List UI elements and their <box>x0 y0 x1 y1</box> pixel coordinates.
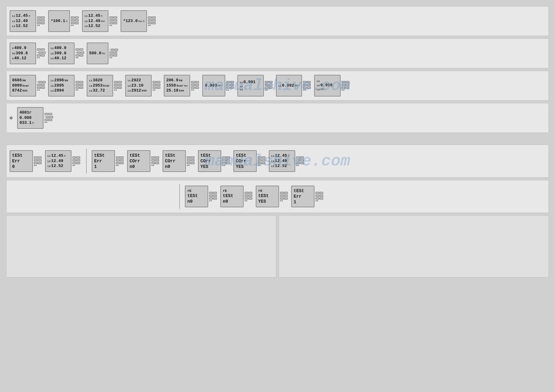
display-group-test-lcd: L112.45A L212.49 L312.52 <box>45 150 81 172</box>
display-group-2-1: V 400.9 V3 399.8 V 40.12 n <box>10 43 46 64</box>
circle-icon: ⊙ <box>10 115 13 121</box>
display-group-3-9: L1 L20.916 L3PF~ <box>314 75 350 97</box>
display-group-re-3: rE tESt YES <box>256 186 289 207</box>
indicators-1-4 <box>148 16 157 26</box>
indicators-re-4 <box>315 192 324 201</box>
display-group-3-4: L12922 L223.10 L32912kVA <box>125 75 161 97</box>
lcd-power-total: 8686kW 0999kvar 8742kVA <box>10 75 36 97</box>
display-group-test-5: tESt COrr YES <box>198 150 231 172</box>
display-group-test-6: tESt COrr YES <box>233 150 266 172</box>
section-voltage: V 400.9 V3 399.8 V 40.12 n L1 400.9 L2 3… <box>6 38 549 68</box>
lcd-power-kvar: L13820 L22953kvar L332.72 <box>87 75 113 97</box>
indicators-2-2: n <box>76 48 84 58</box>
display-group-re-2: rE tESt n0 <box>220 186 253 207</box>
display-group-2-3: 500.0 Hz 1 <box>87 43 118 64</box>
section-power: manualshive.com 8686kW 0999kvar 8742kVA … <box>6 71 549 101</box>
lcd-current-l1-l3: L1 12.45 A L2 12.49 L3 12.52 <box>10 10 36 32</box>
indicators-test-5 <box>222 156 231 166</box>
indicators-test-lcd <box>72 156 81 166</box>
indicators-3-8 <box>303 81 312 91</box>
indicators-test-4 <box>187 156 195 166</box>
indicators-test-3 <box>151 156 160 166</box>
indicators-re-2 <box>245 192 253 201</box>
display-group-3-8: L10.992PF~ <box>276 75 312 97</box>
main-page: L1 12.45 A L2 12.49 L3 12.52 *100.1 A <box>0 0 555 284</box>
lcd-power-kva: L12922 L223.10 L32912kVA <box>125 75 152 97</box>
spacer-1 <box>6 135 549 145</box>
indicators-2-1: n <box>37 48 46 58</box>
test-panel-corr-n0-1: tESt COrr n0 <box>127 150 150 172</box>
indicators-3-3 <box>114 81 123 91</box>
display-group-test-2: tESt Err 1 <box>92 150 125 172</box>
bottom-left-area <box>6 215 276 277</box>
indicators-3-4 <box>153 81 161 91</box>
lcd-pf-l1: L10.991 L2 L3 <box>237 75 264 97</box>
left-empty-area <box>10 193 174 200</box>
indicators-3-5 <box>191 81 200 91</box>
display-group-3-1: 8686kW 0999kvar 8742kVA v <box>10 75 46 97</box>
indicators-3-1: v <box>37 81 46 91</box>
section-test-row: manualshive.com tESt Err 0 L112.45A L212… <box>6 145 549 178</box>
section-separator-2 <box>179 184 180 209</box>
indicators-test-6 <box>258 156 266 166</box>
test-panel-re-n0-1: rE tESt n0 <box>185 186 208 207</box>
lcd-frequency: 500.0 Hz <box>87 43 108 64</box>
test-panel-corr-yes-1: tESt COrr YES <box>198 150 221 172</box>
section-current: L1 12.45 A L2 12.49 L3 12.52 *100.1 A <box>6 6 549 36</box>
display-group-3-2: L12896kW L22895 L32894 <box>48 75 84 97</box>
indicators-3-2 <box>76 81 84 91</box>
test-panel-re-n0-2: rE tESt n0 <box>220 186 244 207</box>
display-group-test-1: tESt Err 0 <box>10 150 43 172</box>
lcd-current-100: *100.1 A <box>48 10 70 32</box>
bottom-right-area <box>279 215 549 277</box>
lcd-power-max: 206.9kW 1558kvar MAX 25.18kVA <box>164 75 190 97</box>
lcd-power-l1-l3-kw: L12896kW L22895 L32894 <box>48 75 75 97</box>
lcd-test-current: L112.45A L212.49 L312.52 <box>45 150 71 172</box>
test-panel-err1: tESt Err 1 <box>92 150 115 172</box>
lcd-energy: 4001r 0.008 933.1h <box>17 107 44 129</box>
bottom-areas <box>6 215 549 277</box>
indicators-1-2 <box>71 16 80 26</box>
lcd-test-final: L112.45A L212.49 L312.52 <box>269 150 295 172</box>
display-group-3-3: L13820 L22953kvar L332.72 <box>87 75 123 97</box>
indicators-re-3 <box>280 192 289 201</box>
display-group-2-2: L1 400.9 L2 399.8 L3 40.12 n <box>48 43 84 64</box>
lcd-voltage-l1-l3: L1 400.9 L2 399.8 L3 40.12 <box>48 43 75 64</box>
section-separator <box>86 149 87 173</box>
indicators-test-final <box>296 156 305 166</box>
test-panel-corr-n0-2: tESt COrr n0 <box>163 150 186 172</box>
indicators-test-2 <box>116 156 125 166</box>
test-panel-err1-final: tESt Err 1 <box>291 186 314 207</box>
display-group-3-6: 0.993PF~ <box>202 75 235 97</box>
lcd-current-123: *123.0 MAX A <box>121 10 147 32</box>
display-group-1-1: L1 12.45 A L2 12.49 L3 12.52 <box>10 10 46 32</box>
lcd-pf-0916: L1 L20.916 L3PF~ <box>314 75 341 97</box>
lcd-voltage-phase: V 400.9 V3 399.8 V 40.12 <box>10 43 36 64</box>
display-group-re-1: rE tESt n0 <box>185 186 218 207</box>
indicators-3-6 <box>226 81 235 91</box>
section-re-test: rE tESt n0 rE tESt n0 <box>6 180 549 213</box>
display-group-4-1: 4001r 0.008 933.1h n <box>17 107 53 129</box>
test-panel-err0: tESt Err 0 <box>10 150 33 172</box>
display-group-test-4: tESt COrr n0 <box>163 150 195 172</box>
test-panel-re-yes: rE tESt YES <box>256 186 279 207</box>
section-energy: ⊙ 4001r 0.008 933.1h n <box>6 103 549 133</box>
display-group-3-5: 206.9kW 1558kvar MAX 25.18kVA <box>164 75 200 97</box>
lcd-pf-total: 0.993PF~ <box>202 75 225 97</box>
display-group-3-7: L10.991 L2 L3 <box>237 75 273 97</box>
indicators-3-7 <box>265 81 273 91</box>
lcd-pf-0992: L10.992PF~ <box>276 75 302 97</box>
display-group-1-4: *123.0 MAX A <box>121 10 157 32</box>
indicators-re-1 <box>209 192 218 201</box>
display-group-1-3: L1 12.45 A L2 12.49 MAX L3 12.52 <box>82 10 118 32</box>
display-group-1-2: *100.1 A <box>48 10 80 32</box>
lcd-current-max-l1-l3: L1 12.45 A L2 12.49 MAX L3 12.52 <box>82 10 108 32</box>
test-panel-corr-yes-2: tESt COrr YES <box>233 150 257 172</box>
display-group-test-final-lcd: L112.45A L212.49 L312.52 <box>269 150 305 172</box>
display-group-re-4: tESt Err 1 <box>291 186 324 207</box>
indicators-test-1 <box>34 156 43 166</box>
indicators-3-9 <box>342 81 350 91</box>
display-group-test-3: tESt COrr n0 <box>127 150 160 172</box>
indicators-2-3: 1 <box>109 48 118 58</box>
indicators-1-3 <box>109 16 118 26</box>
